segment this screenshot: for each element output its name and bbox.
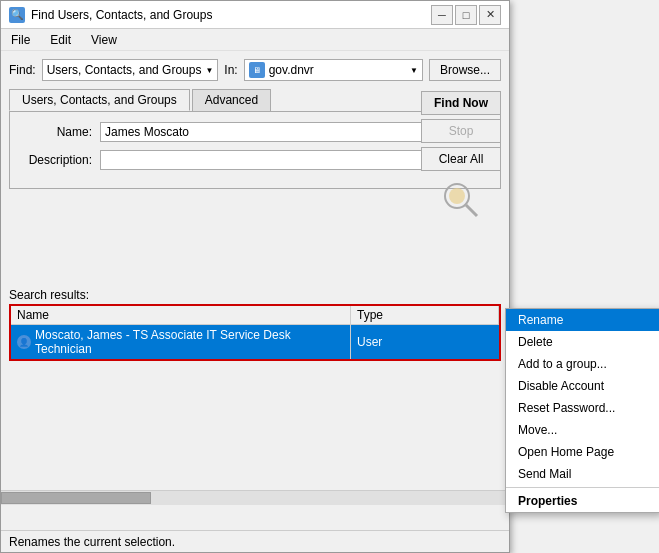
window-title: Find Users, Contacts, and Groups [31, 8, 431, 22]
tab-users-contacts-groups[interactable]: Users, Contacts, and Groups [9, 89, 190, 111]
svg-line-1 [466, 205, 477, 216]
col-header-name: Name [11, 306, 351, 324]
tab-advanced[interactable]: Advanced [192, 89, 271, 111]
col-header-type: Type [351, 306, 499, 324]
results-table: Name Type 👤 Moscato, James - TS Associat… [9, 304, 501, 361]
main-window: 🔍 Find Users, Contacts, and Groups ─ □ ✕… [0, 0, 510, 553]
results-label: Search results: [1, 286, 509, 304]
minimize-button[interactable]: ─ [431, 5, 453, 25]
menu-view[interactable]: View [85, 31, 123, 49]
find-type-value: Users, Contacts, and Groups [47, 63, 202, 77]
menu-edit[interactable]: Edit [44, 31, 77, 49]
action-buttons: Find Now Stop Clear All [421, 91, 501, 225]
ctx-reset-password[interactable]: Reset Password... [506, 397, 659, 419]
scrollbar-track [1, 491, 509, 505]
browse-button[interactable]: Browse... [429, 59, 501, 81]
close-button[interactable]: ✕ [479, 5, 501, 25]
domain-icon: 🖥 [249, 62, 265, 78]
search-icon-area [421, 175, 501, 225]
scrollbar-thumb[interactable] [1, 492, 151, 504]
clear-all-button[interactable]: Clear All [421, 147, 501, 171]
ctx-divider [506, 487, 659, 488]
context-menu: Rename Delete Add to a group... Disable … [505, 308, 659, 513]
find-now-button[interactable]: Find Now [421, 91, 501, 115]
ctx-rename[interactable]: Rename [506, 309, 659, 331]
title-bar: 🔍 Find Users, Contacts, and Groups ─ □ ✕ [1, 1, 509, 29]
ctx-disable-account[interactable]: Disable Account [506, 375, 659, 397]
ctx-open-home-page[interactable]: Open Home Page [506, 441, 659, 463]
search-graphic [441, 180, 481, 220]
ctx-properties[interactable]: Properties [506, 490, 659, 512]
window-controls: ─ □ ✕ [431, 5, 501, 25]
ctx-add-to-group[interactable]: Add to a group... [506, 353, 659, 375]
status-bar: Renames the current selection. [1, 530, 509, 552]
ctx-move[interactable]: Move... [506, 419, 659, 441]
svg-point-2 [449, 188, 465, 204]
results-header: Name Type [11, 306, 499, 325]
status-text: Renames the current selection. [9, 535, 175, 549]
user-icon: 👤 [17, 335, 31, 349]
ctx-send-mail[interactable]: Send Mail [506, 463, 659, 485]
menu-file[interactable]: File [5, 31, 36, 49]
in-label: In: [224, 63, 237, 77]
ctx-delete[interactable]: Delete [506, 331, 659, 353]
domain-select[interactable]: 🖥 gov.dnvr [244, 59, 423, 81]
domain-value: gov.dnvr [269, 63, 314, 77]
menu-bar: File Edit View [1, 29, 509, 51]
maximize-button[interactable]: □ [455, 5, 477, 25]
name-row: Name: [20, 122, 490, 142]
window-icon: 🔍 [9, 7, 25, 23]
find-label: Find: [9, 63, 36, 77]
horizontal-scrollbar[interactable] [1, 490, 509, 504]
row-type: User [351, 332, 499, 352]
find-row: Find: Users, Contacts, and Groups In: 🖥 … [9, 59, 501, 81]
row-name: 👤 Moscato, James - TS Associate IT Servi… [11, 325, 351, 359]
description-label: Description: [20, 153, 100, 167]
results-section: Search results: Name Type 👤 Moscato, Jam… [1, 286, 509, 552]
find-type-dropdown[interactable]: Users, Contacts, and Groups [42, 59, 219, 81]
description-row: Description: [20, 150, 490, 170]
stop-button[interactable]: Stop [421, 119, 501, 143]
table-row[interactable]: 👤 Moscato, James - TS Associate IT Servi… [11, 325, 499, 359]
name-label: Name: [20, 125, 100, 139]
